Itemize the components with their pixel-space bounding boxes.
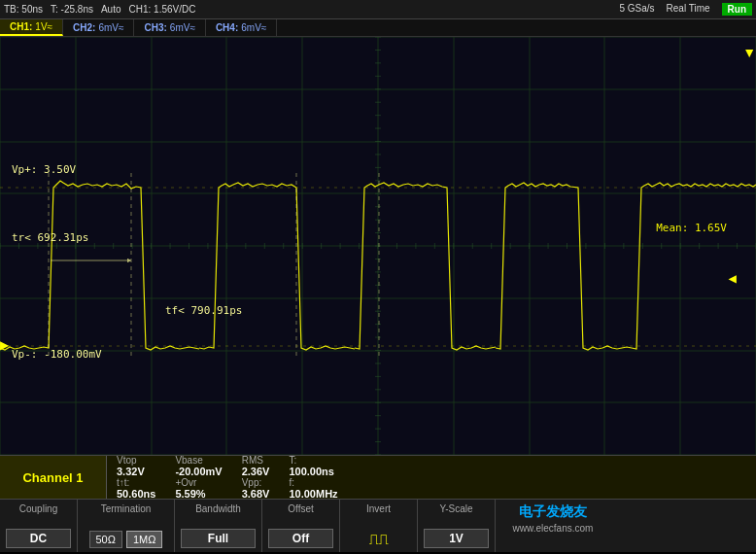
trise-label: t↑t:	[117, 477, 155, 488]
termination-1mohm-button[interactable]: 1MΩ	[126, 531, 163, 548]
invert-label: Invert	[366, 503, 391, 514]
ch1-scale-display: CH1: 1.56V/DC	[129, 4, 196, 15]
ch1-info-bar: Channel 1 Vtop 3.32V t↑t: 50.60ns Vbase …	[0, 455, 756, 499]
logo-sub-text: www.elecfans.com	[513, 523, 594, 534]
trigger-marker: ▼	[742, 45, 756, 60]
t-value: 100.00ns	[289, 466, 337, 477]
t-label: T:	[289, 455, 337, 466]
ch1-ground-marker: ▶	[0, 338, 9, 352]
channel-tabs: CH1: 1V≈ CH2: 6mV≈ CH3: 6mV≈ CH4: 6mV≈	[0, 19, 756, 37]
f-label: f:	[289, 477, 337, 488]
vbase-label: Vbase	[175, 455, 222, 466]
vtop-value: 3.32V	[117, 466, 155, 477]
channel-1-tab[interactable]: CH1: 1V≈	[0, 19, 63, 36]
controls-row: Coupling DC Termination 50Ω 1MΩ Bandwidt…	[0, 499, 756, 552]
rms-label: RMS	[242, 455, 270, 466]
yscale-label: Y-Scale	[439, 503, 472, 514]
bottom-panel: Channel 1 Vtop 3.32V t↑t: 50.60ns Vbase …	[0, 455, 756, 552]
offset-label: Offset	[288, 503, 314, 514]
ch4-tab-value: 6mV≈	[241, 22, 266, 33]
yscale-section: Y-Scale 1V	[418, 500, 496, 552]
invert-section: Invert ⎍⎍	[340, 500, 418, 552]
offset-value[interactable]: Off	[268, 529, 333, 548]
waveform-svg	[0, 37, 756, 455]
sample-rate-display: 5 GSa/s	[619, 3, 654, 16]
termination-buttons: 50Ω 1MΩ	[89, 531, 163, 548]
coupling-value[interactable]: DC	[6, 529, 71, 548]
ch1-tab-value: 1V≈	[35, 21, 52, 32]
vbase-value: -20.00mV	[175, 466, 222, 477]
invert-symbol-icon[interactable]: ⎍⎍	[369, 531, 389, 548]
run-status-badge: Run	[722, 3, 752, 16]
timebase-display: TB: 50ns	[4, 4, 43, 15]
logo-main-text: 电子发烧友	[519, 503, 587, 521]
vpp-label: Vpp:	[242, 477, 270, 488]
offset-section: Offset Off	[262, 500, 340, 552]
ch2-tab-value: 6mV≈	[98, 22, 123, 33]
ovr-label: +Ovr	[175, 477, 222, 488]
ch1-label: Channel 1	[0, 456, 107, 499]
vbase-group: Vbase -20.00mV +Ovr 5.59%	[175, 455, 222, 500]
ch1-measurements: Vtop 3.32V t↑t: 50.60ns Vbase -20.00mV +…	[107, 456, 756, 499]
top-bar: TB: 50ns T: -25.8ns Auto CH1: 1.56V/DC 5…	[0, 0, 756, 19]
scope-screen: ▼ ▶ Vp+: 3.50V tr< 692.31ps tf< 790.91ps…	[0, 37, 756, 455]
coupling-label: Coupling	[19, 503, 57, 514]
yscale-value[interactable]: 1V	[424, 529, 489, 548]
rms-value: 2.36V	[242, 466, 270, 477]
real-time-display: Real Time	[667, 3, 710, 16]
coupling-section: Coupling DC	[0, 500, 78, 552]
bandwidth-section: Bandwidth Full	[175, 500, 262, 552]
rms-group: RMS 2.36V Vpp: 3.68V	[242, 455, 270, 500]
termination-label: Termination	[101, 503, 152, 514]
termination-50ohm-button[interactable]: 50Ω	[89, 531, 122, 548]
ch2-tab-label: CH2:	[73, 22, 95, 33]
trigger-time-display: T: -25.8ns	[51, 4, 93, 15]
ch3-tab-label: CH3:	[144, 22, 166, 33]
channel-3-tab[interactable]: CH3: 6mV≈	[134, 19, 205, 36]
bandwidth-label: Bandwidth	[195, 503, 241, 514]
termination-section: Termination 50Ω 1MΩ	[78, 500, 175, 552]
vtop-label: Vtop	[117, 455, 155, 466]
logo-section: 电子发烧友 www.elecfans.com	[496, 500, 610, 552]
vtop-group: Vtop 3.32V t↑t: 50.60ns	[117, 455, 155, 500]
period-group: T: 100.00ns f: 10.00MHz	[289, 455, 337, 500]
trigger-mode-display: Auto	[101, 4, 121, 15]
bandwidth-value[interactable]: Full	[181, 529, 256, 548]
channel-4-tab[interactable]: CH4: 6mV≈	[206, 19, 277, 36]
ch1-tab-label: CH1:	[10, 21, 32, 32]
ch3-tab-value: 6mV≈	[170, 22, 195, 33]
logo-area: 电子发烧友 www.elecfans.com	[513, 503, 594, 534]
ch4-tab-label: CH4:	[216, 22, 238, 33]
channel-2-tab[interactable]: CH2: 6mV≈	[63, 19, 134, 36]
